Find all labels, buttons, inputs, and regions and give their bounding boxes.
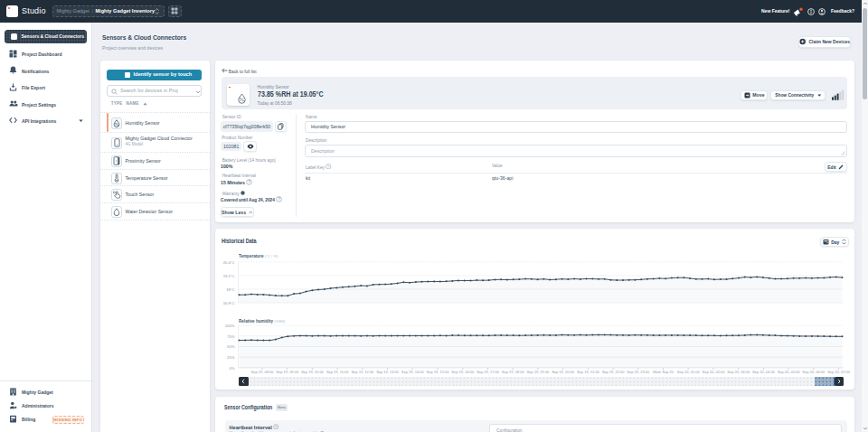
svg-text:?: ?: [275, 424, 278, 428]
svg-text:?: ?: [327, 164, 330, 168]
svg-text:?: ?: [248, 180, 250, 184]
svg-text:?: ?: [278, 197, 280, 202]
